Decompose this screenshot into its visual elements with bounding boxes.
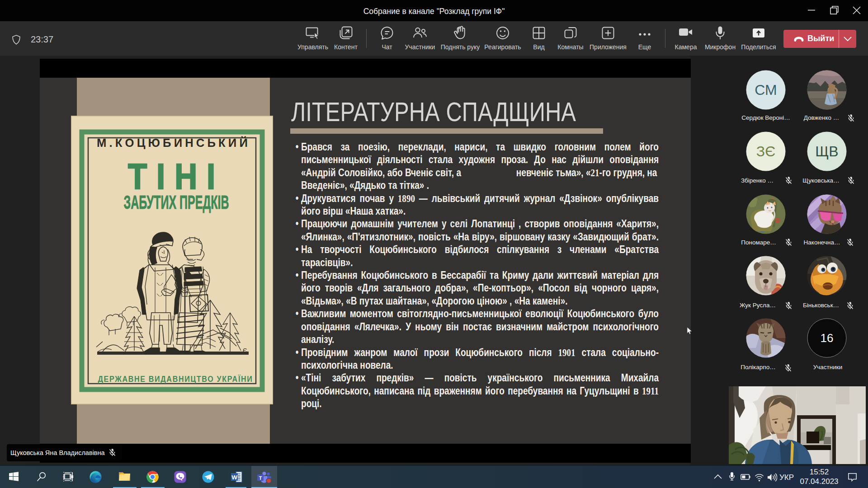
svg-text:ЩВ: ЩВ [815,143,838,160]
svg-text:ТІНІ: ТІНІ [128,156,225,197]
svg-text:16: 16 [821,331,834,345]
svg-text:ЗЄ: ЗЄ [756,143,775,160]
svg-text:СМ: СМ [755,82,777,98]
svg-text:ЗАБУТИХ ПРЕДКІВ: ЗАБУТИХ ПРЕДКІВ [124,192,229,213]
svg-text:ДЕРЖАВНЕ ВИДАВНИЦТВО УКРАЇНИ: ДЕРЖАВНЕ ВИДАВНИЦТВО УКРАЇНИ [98,374,253,384]
svg-text:Є: Є [243,347,247,354]
svg-text:М.КОЦЮБИНСЬКИЙ: М.КОЦЮБИНСЬКИЙ [97,136,250,149]
svg-text:T: T [259,475,262,481]
svg-text:W: W [231,474,237,481]
